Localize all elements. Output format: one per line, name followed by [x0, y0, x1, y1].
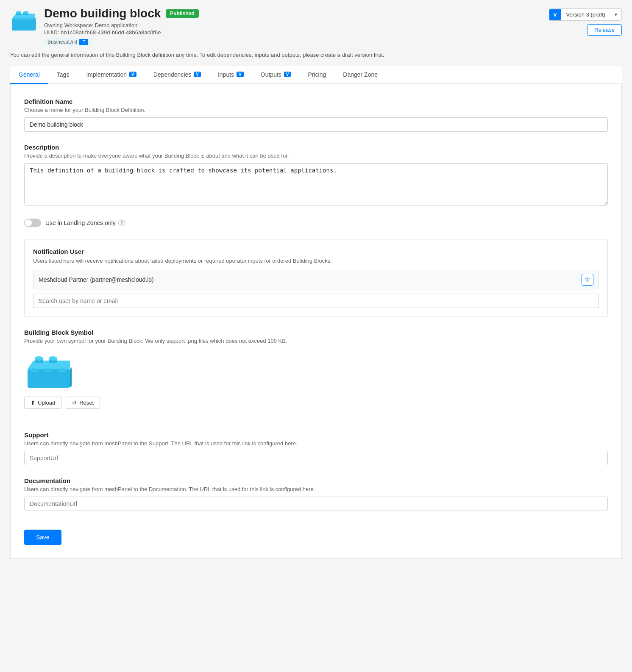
- tab-outputs[interactable]: Outputs V: [252, 66, 300, 84]
- svg-point-14: [20, 18, 25, 20]
- description-section: Description Provide a description to mak…: [24, 144, 608, 207]
- chevron-down-icon: ▼: [610, 10, 621, 19]
- version-label: Version 3 (draft): [561, 9, 611, 20]
- documentation-hint: Users can directly navigate from meshPan…: [24, 486, 608, 492]
- header-left: Demo building block Published Owning Wor…: [10, 7, 199, 46]
- page-header: Demo building block Published Owning Wor…: [10, 7, 622, 46]
- uuid-line: UUID: bb1c09af-fb68-439d-b6dd-48b6a8ac0f…: [44, 29, 199, 36]
- tab-v-badge-dependencies: V: [194, 72, 201, 77]
- symbol-label: Building Block Symbol: [24, 329, 608, 336]
- info-bar: You can edit the general information of …: [10, 51, 622, 59]
- svg-point-8: [23, 11, 28, 14]
- support-url-input[interactable]: [24, 451, 608, 465]
- page-wrapper: Demo building block Published Owning Wor…: [0, 0, 632, 672]
- tab-pricing[interactable]: Pricing: [299, 66, 334, 84]
- delete-user-button[interactable]: 🗑: [582, 274, 593, 286]
- status-badge: Published: [166, 9, 198, 18]
- reset-button[interactable]: ↺ Reset: [66, 397, 100, 409]
- support-section: Support Users can directly navigate from…: [24, 431, 608, 465]
- tab-bar: General Tags Implementation V Dependenci…: [10, 66, 622, 84]
- divider: [24, 421, 608, 421]
- save-button[interactable]: Save: [24, 530, 61, 545]
- definition-name-hint: Choose a name for your Building Block De…: [24, 107, 608, 113]
- landing-zones-toggle-row: Use in Landing Zones only ?: [24, 219, 608, 227]
- tab-tags[interactable]: Tags: [48, 66, 78, 84]
- svg-marker-20: [70, 367, 72, 388]
- tab-v-badge-inputs: V: [237, 72, 244, 77]
- documentation-url-input[interactable]: [24, 497, 608, 511]
- upload-button[interactable]: ⬆ Upload: [24, 397, 61, 409]
- version-dropdown[interactable]: V Version 3 (draft) ▼: [549, 8, 622, 21]
- definition-name-label: Definition Name: [24, 98, 608, 105]
- v-badge: V: [549, 9, 561, 20]
- tab-dependencies[interactable]: Dependencies V: [145, 66, 209, 84]
- support-hint: Users can directly navigate from meshPan…: [24, 440, 608, 447]
- definition-name-input[interactable]: [24, 117, 608, 132]
- notification-user-hint: Users listed here will receive notificat…: [33, 258, 599, 264]
- svg-point-11: [14, 18, 19, 20]
- user-name: Meshcloud Partner (partner@meshcloud.io): [39, 276, 154, 283]
- svg-point-32: [44, 368, 53, 372]
- tab-general[interactable]: General: [10, 66, 48, 84]
- symbol-actions: ⬆ Upload ↺ Reset: [24, 397, 608, 409]
- content-area: Definition Name Choose a name for your B…: [10, 84, 622, 559]
- reset-icon: ↺: [72, 400, 77, 406]
- symbol-preview: [24, 349, 75, 392]
- notification-user-title: Notification User: [33, 248, 599, 255]
- description-label: Description: [24, 144, 608, 151]
- user-search-input[interactable]: [33, 294, 599, 308]
- svg-point-35: [58, 368, 67, 372]
- tab-inputs[interactable]: Inputs V: [209, 66, 252, 84]
- svg-point-26: [49, 356, 57, 361]
- page-title: Demo building block Published: [44, 7, 199, 20]
- trash-icon: 🗑: [585, 276, 590, 283]
- user-row: Meshcloud Partner (partner@meshcloud.io)…: [33, 270, 599, 289]
- tab-implementation[interactable]: Implementation V: [78, 66, 145, 84]
- tag-badge: BusinessUnit IT: [44, 38, 92, 46]
- tab-danger-zone[interactable]: Danger Zone: [334, 66, 386, 84]
- svg-point-5: [16, 11, 21, 14]
- help-icon: ?: [118, 219, 125, 226]
- landing-zones-label: Use in Landing Zones only ?: [45, 219, 125, 226]
- svg-point-17: [28, 18, 33, 20]
- upload-icon: ⬆: [31, 400, 35, 406]
- tab-v-badge-outputs: V: [284, 72, 291, 77]
- owning-workspace: Owning Workspace: Demo application: [44, 22, 199, 28]
- svg-marker-2: [35, 18, 36, 31]
- tab-v-badge-implementation: V: [129, 72, 136, 77]
- definition-name-section: Definition Name Choose a name for your B…: [24, 98, 608, 132]
- description-hint: Provide a description to make everyone a…: [24, 153, 608, 159]
- description-textarea[interactable]: This definition of a building block is c…: [24, 163, 608, 205]
- svg-point-29: [30, 368, 39, 372]
- header-info: Demo building block Published Owning Wor…: [44, 7, 199, 46]
- toggle-slider: [24, 219, 41, 227]
- landing-zones-toggle[interactable]: [24, 219, 41, 227]
- release-button[interactable]: Release: [587, 24, 622, 36]
- symbol-section: Building Block Symbol Provide your own s…: [24, 329, 608, 409]
- notification-user-box: Notification User Users listed here will…: [24, 239, 608, 317]
- block-icon: [10, 7, 37, 34]
- svg-point-23: [35, 356, 43, 361]
- support-label: Support: [24, 431, 608, 439]
- documentation-section: Documentation Users can directly navigat…: [24, 477, 608, 511]
- symbol-hint: Provide your own symbol for your Buildin…: [24, 338, 608, 344]
- header-right: V Version 3 (draft) ▼ Release: [549, 8, 622, 36]
- documentation-label: Documentation: [24, 477, 608, 484]
